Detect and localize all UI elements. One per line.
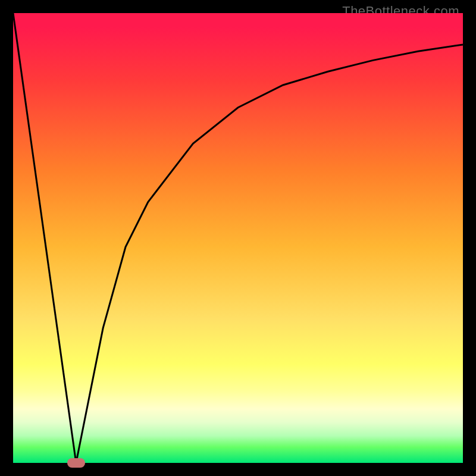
- bottleneck-marker: [67, 458, 85, 467]
- chart-frame: TheBottleneck.com: [0, 0, 476, 476]
- plot-area: [13, 13, 463, 463]
- right-curve-path: [76, 45, 463, 463]
- chart-lines: [13, 13, 463, 463]
- left-line-path: [13, 13, 76, 463]
